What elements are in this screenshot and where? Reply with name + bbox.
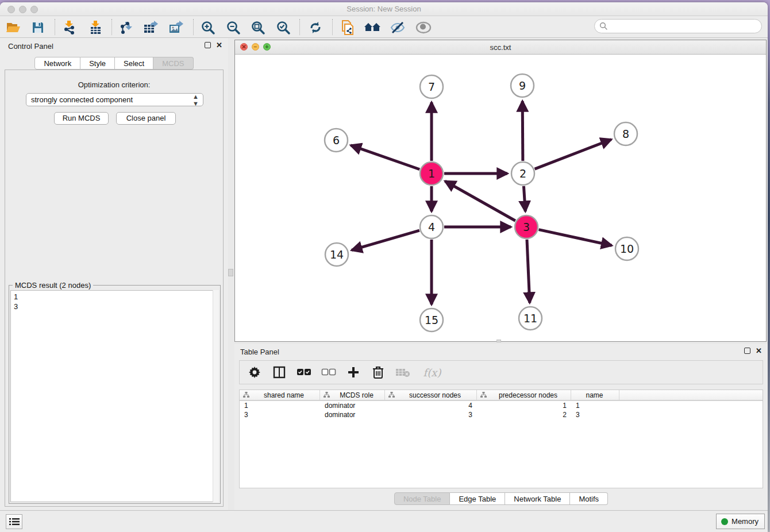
- select-all-checkboxes-icon[interactable]: [296, 364, 312, 380]
- graph-node-label-4: 4: [428, 221, 435, 233]
- search-icon: [599, 22, 608, 30]
- graph-node-label-3: 3: [523, 221, 530, 233]
- column-header-name[interactable]: name: [571, 390, 619, 400]
- export-table-icon[interactable]: [140, 18, 161, 37]
- network-view-window: ✕ − + scc.txt 7968124314101511: [234, 40, 767, 342]
- main-toolbar: [0, 17, 768, 38]
- settings-gear-icon[interactable]: [247, 364, 263, 380]
- sort-icon: [243, 392, 249, 398]
- graph-edge-2-8[interactable]: [535, 140, 611, 169]
- open-file-icon[interactable]: [2, 18, 24, 37]
- tab-network-table[interactable]: Network Table: [505, 492, 570, 505]
- tab-mcds[interactable]: MCDS: [153, 57, 193, 70]
- toolbar-separator: [193, 19, 194, 35]
- toolbar-separator: [111, 19, 112, 35]
- import-network-icon[interactable]: [58, 18, 80, 37]
- tab-select[interactable]: Select: [115, 57, 153, 70]
- run-mcds-button[interactable]: Run MCDS: [54, 112, 109, 125]
- zoom-fit-icon[interactable]: [247, 18, 269, 37]
- sort-icon: [480, 392, 487, 398]
- window-splitter-handle[interactable]: [496, 340, 501, 342]
- criterion-dropdown[interactable]: strongly connected component ▲▼: [26, 93, 203, 106]
- control-panel: Control Panel ✕ Network Style Select MCD…: [0, 38, 228, 510]
- float-panel-icon[interactable]: [205, 42, 211, 48]
- panel-splitter-handle[interactable]: [228, 269, 233, 276]
- close-table-panel-icon[interactable]: ✕: [756, 348, 762, 354]
- table-row[interactable]: 3 dominator 3 2 3: [240, 410, 763, 419]
- toolbar-separator: [55, 19, 55, 35]
- import-table-icon[interactable]: [84, 18, 106, 37]
- memory-button[interactable]: Memory: [716, 514, 765, 529]
- network-canvas[interactable]: 7968124314101511: [235, 55, 766, 341]
- show-column-icon[interactable]: [271, 364, 287, 380]
- add-column-icon[interactable]: [345, 364, 361, 380]
- deselect-all-checkboxes-icon[interactable]: [321, 364, 337, 380]
- save-session-icon[interactable]: [27, 18, 49, 37]
- column-header-mcds-role[interactable]: MCDS role: [320, 390, 385, 400]
- memory-label: Memory: [732, 517, 759, 526]
- mcds-result-text[interactable]: 1 3: [10, 290, 219, 502]
- network-graph[interactable]: 7968124314101511: [235, 55, 766, 341]
- graph-edge-4-14[interactable]: [352, 230, 419, 250]
- graph-node-label-9: 9: [519, 79, 526, 92]
- node-table[interactable]: shared name MCDS role successor nodes pr…: [239, 390, 763, 488]
- table-panel: Table Panel ✕: [234, 344, 768, 510]
- tab-node-table[interactable]: Node Table: [394, 492, 451, 505]
- list-icon: [9, 518, 20, 526]
- dropdown-stepper-icon: ▲▼: [192, 93, 198, 107]
- graph-node-label-14: 14: [330, 248, 344, 261]
- clone-network-icon[interactable]: [337, 18, 359, 37]
- tab-edge-table[interactable]: Edge Table: [450, 492, 505, 505]
- column-header-predecessor-nodes[interactable]: predecessor nodes: [477, 390, 571, 400]
- graph-node-label-8: 8: [622, 128, 629, 140]
- zoom-selected-icon[interactable]: [272, 18, 294, 37]
- refresh-icon[interactable]: [305, 18, 326, 37]
- app-titlebar: Session: New Session: [0, 2, 768, 16]
- graph-edge-3-1[interactable]: [445, 181, 515, 221]
- graph-node-label-6: 6: [333, 134, 340, 147]
- hide-selected-icon[interactable]: [387, 18, 409, 37]
- optimization-criterion-label: Optimization criterion:: [5, 80, 223, 89]
- criterion-value: strongly connected component: [31, 95, 133, 104]
- export-network-icon[interactable]: [115, 18, 137, 37]
- delete-table-icon[interactable]: [395, 364, 411, 380]
- zoom-out-icon[interactable]: [222, 18, 244, 37]
- search-field[interactable]: [594, 19, 762, 33]
- close-panel-button[interactable]: Close panel: [116, 112, 176, 125]
- graph-edge-3-10[interactable]: [538, 230, 611, 246]
- graph-edge-3-11[interactable]: [527, 240, 530, 303]
- table-header-row: shared name MCDS role successor nodes pr…: [240, 390, 763, 401]
- network-window-titlebar[interactable]: ✕ − + scc.txt: [235, 40, 766, 55]
- table-row[interactable]: 1 dominator 4 1 1: [240, 401, 763, 410]
- control-panel-tabs: Network Style Select MCDS: [0, 57, 228, 70]
- table-toolbar: f(x): [239, 360, 763, 384]
- delete-column-icon[interactable]: [370, 364, 386, 380]
- tab-network[interactable]: Network: [34, 57, 80, 70]
- graph-node-label-2: 2: [519, 167, 526, 180]
- graph-node-label-15: 15: [425, 314, 438, 326]
- graph-edge-1-6[interactable]: [351, 145, 419, 169]
- function-builder-icon[interactable]: f(x): [419, 364, 445, 380]
- close-panel-icon[interactable]: ✕: [216, 42, 222, 48]
- toolbar-separator: [332, 19, 333, 35]
- graph-edge-2-3[interactable]: [523, 186, 525, 211]
- result-scrollbar[interactable]: [213, 290, 219, 502]
- window-title: Session: New Session: [0, 5, 768, 13]
- graph-node-label-10: 10: [620, 242, 634, 255]
- table-tabs: Node Table Edge Table Network Table Moti…: [234, 492, 768, 505]
- export-image-icon[interactable]: [165, 18, 187, 37]
- show-all-icon[interactable]: [413, 18, 434, 37]
- task-history-button[interactable]: [6, 514, 22, 529]
- first-neighbors-icon[interactable]: [361, 18, 383, 37]
- mcds-result-title: MCDS result (2 nodes): [13, 281, 93, 290]
- tab-style[interactable]: Style: [80, 57, 115, 70]
- graph-node-label-1: 1: [428, 167, 435, 180]
- float-table-panel-icon[interactable]: [744, 348, 750, 354]
- sort-icon: [388, 392, 395, 398]
- column-header-successor-nodes[interactable]: successor nodes: [385, 390, 477, 400]
- graph-edge-2-9[interactable]: [522, 101, 523, 161]
- column-header-shared-name[interactable]: shared name: [240, 390, 320, 400]
- zoom-in-icon[interactable]: [197, 18, 219, 37]
- tab-motifs[interactable]: Motifs: [570, 492, 608, 505]
- search-input[interactable]: [608, 22, 761, 30]
